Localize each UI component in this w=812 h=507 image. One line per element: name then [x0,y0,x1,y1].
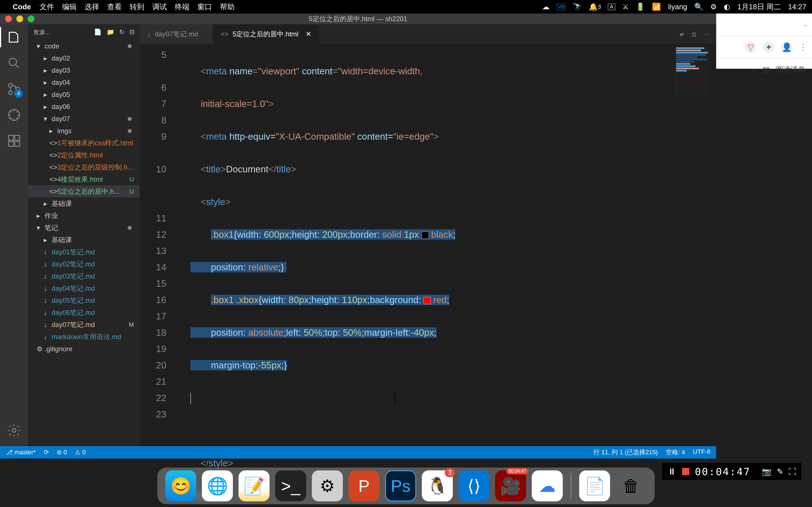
chevron-right-icon[interactable]: » [752,65,756,74]
tree-item[interactable]: ▸day05 [28,89,140,101]
tree-item[interactable]: <>5定位之后的居中.h...U [28,185,140,198]
chrome-app[interactable]: 🌐 [202,470,233,501]
tree-item[interactable]: ▸day03 [28,64,140,76]
tree-item[interactable]: ↓day04笔记.md [28,282,140,294]
settings-gear-icon[interactable] [7,423,21,438]
refresh-icon[interactable]: ↻ [119,29,124,36]
menu-window[interactable]: 窗口 [197,2,212,12]
minimize-button[interactable] [16,15,23,22]
menu-debug[interactable]: 调试 [152,2,167,12]
brave-icon[interactable]: ▽ [745,42,756,53]
kebab-icon[interactable]: ⋮ [799,43,807,52]
chevron-down-icon[interactable]: ⌄ [803,22,807,27]
tree-item[interactable]: ▾笔记 [28,222,140,234]
reading-list-icon[interactable]: ▤ [762,65,770,74]
menu-edit[interactable]: 编辑 [62,2,77,12]
trash-app[interactable]: 🗑 [616,470,647,501]
record-indicator[interactable] [682,468,689,475]
tree-item[interactable]: <>1可被继承的css样式.html [28,137,140,149]
sync-status[interactable]: ⟳ [44,449,49,456]
tree-item[interactable]: ▸imgs [28,125,140,137]
tree-item[interactable]: ▸day02 [28,52,140,64]
encoding[interactable]: UTF-8 [693,448,711,457]
cursor-position[interactable]: 行 11, 列 1 (已选择215) [594,448,658,457]
username[interactable]: liyang [668,3,687,11]
document-app[interactable]: 📄 [579,470,610,501]
warnings-count[interactable]: ⚠ 0 [75,449,86,456]
menu-help[interactable]: 帮助 [220,2,235,12]
editor-tab[interactable]: ↓day07笔记.md [140,24,213,44]
menu-view[interactable]: 查看 [107,2,122,12]
close-tab-icon[interactable]: ✕ [306,30,311,38]
editor-tab[interactable]: <>5定位之后的居中.html✕ [213,24,319,44]
new-folder-icon[interactable]: 📁 [107,29,114,36]
code-content[interactable]: <meta name="viewport" content="width=dev… [179,44,674,446]
tree-item[interactable]: ▸基础课 [28,234,140,246]
code-editor[interactable]: 567891011121314151617181920212223 <meta … [140,44,716,446]
menu-file[interactable]: 文件 [40,2,54,12]
errors-count[interactable]: ⊘ 0 [57,449,67,456]
app-name[interactable]: Code [13,3,31,11]
explorer-icon[interactable] [7,30,21,45]
input-icon[interactable]: A [608,4,615,10]
date[interactable]: 1月18日 周二 [737,2,781,12]
tree-item[interactable]: ▸day06 [28,101,140,113]
tree-item[interactable]: ↓day07笔记.mdM [28,319,140,331]
settings-app[interactable]: ⚙ [312,470,343,501]
close-button[interactable] [5,15,12,22]
wifi-icon[interactable]: 📶 [652,3,661,11]
tree-item[interactable]: <>4楼层效果.htmlU [28,173,140,185]
tree-item[interactable]: ↓day01笔记.md [28,246,140,258]
tree-item[interactable]: ↓day05笔记.md [28,294,140,306]
tree-item[interactable]: <>2定位属性.html [28,149,140,161]
time[interactable]: 14:27 [788,3,806,11]
siri-icon[interactable]: ◐ [724,3,730,11]
profile-icon[interactable]: 👤 [781,42,792,53]
powerpoint-app[interactable]: P [349,470,379,501]
vb-icon[interactable]: V8 [557,4,566,10]
expand-icon[interactable]: ⛶ [788,467,796,476]
qq-app[interactable]: 🐧3 [422,470,453,501]
tree-item[interactable]: ↓day02笔记.md [28,258,140,270]
debug-icon[interactable] [7,108,21,122]
search-icon[interactable] [7,56,21,70]
camera-icon[interactable]: 📷 [762,467,772,476]
photoshop-app[interactable]: Ps [385,470,416,501]
reading-list-label[interactable]: 阅读清单 [776,65,805,75]
recorder-app[interactable]: 🎥00:04:47 [495,470,526,501]
new-file-icon[interactable]: 📄 [94,29,101,36]
battery-icon[interactable]: 🔋 [636,3,645,11]
notes-app[interactable]: 📝 [239,470,269,501]
tree-item[interactable]: ▾day07 [28,113,140,125]
pause-button[interactable]: ⏸ [667,466,676,477]
tree-item[interactable]: ↓day06笔记.md [28,306,140,319]
binoculars-icon[interactable]: 🔭 [573,3,581,11]
menu-select[interactable]: 选择 [85,2,99,12]
tree-item[interactable]: ▾code [28,40,140,52]
split-icon[interactable]: ◫ [692,32,696,37]
bluetooth-icon[interactable]: ⚔ [622,3,629,11]
more-icon[interactable]: ⋯ [705,32,709,37]
tree-item[interactable]: ▸基础课 [28,198,140,210]
tree-item[interactable]: ▸作业 [28,210,140,222]
finder-app[interactable]: 😊 [165,470,196,501]
menu-terminal[interactable]: 终端 [175,2,190,12]
source-control-icon[interactable]: 4 [7,82,21,96]
terminal-app[interactable]: >_ [275,470,306,501]
tree-item[interactable]: ⚙.gitignore [28,343,140,355]
tree-item[interactable]: ↓day03笔记.md [28,270,140,282]
control-center-icon[interactable]: ⚙ [710,3,717,11]
tree-item[interactable]: <>3定位之后的层级控制.h... [28,161,140,173]
git-branch[interactable]: ⎇ master* [6,449,36,456]
collapse-icon[interactable]: ⊟ [130,29,135,36]
pencil-icon[interactable]: ✎ [777,467,783,476]
spotlight-icon[interactable]: 🔍 [694,3,703,11]
sync-icon[interactable]: ☁ [542,3,550,11]
tree-item[interactable]: ↓markdown常用语法.md [28,331,140,343]
menu-go[interactable]: 转到 [130,2,144,12]
minimap[interactable] [674,47,709,98]
compare-icon[interactable]: ⇄ [680,32,683,37]
tree-item[interactable]: ▸day04 [28,76,140,89]
notification-icon[interactable]: 🔔3 [589,3,601,11]
baidu-app[interactable]: ☁ [532,470,563,501]
